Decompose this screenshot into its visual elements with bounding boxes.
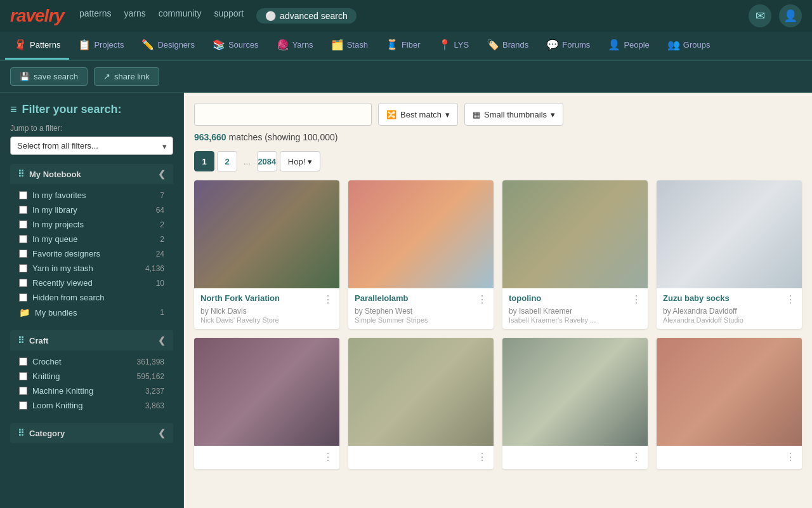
- subnav-projects[interactable]: 📋 Projects: [69, 32, 133, 60]
- forums-icon: 💬: [546, 39, 559, 51]
- logo[interactable]: ravelry: [10, 6, 64, 26]
- pattern-menu-8[interactable]: ⋮: [631, 451, 641, 463]
- pagination: 1 2 ... 2084 Hop! ▾: [194, 151, 802, 171]
- pattern-info-1: North Fork Variation ⋮ by Nick Davis Nic…: [194, 288, 339, 329]
- nav-yarns[interactable]: yarns: [124, 8, 145, 23]
- subnav-groups[interactable]: 👥 Groups: [658, 32, 719, 60]
- filter-item-queue[interactable]: In my queue 2: [10, 232, 173, 246]
- subnav-people[interactable]: 👤 People: [599, 32, 658, 60]
- pattern-by-4: by Alexandra Davidoff: [663, 307, 796, 316]
- hidden-checkbox[interactable]: [19, 293, 27, 302]
- filter-item-projects[interactable]: In my projects 2: [10, 217, 173, 232]
- top-nav: ravelry patterns yarns community support…: [0, 0, 812, 32]
- craft-section-header[interactable]: ⠿ Craft ❮: [10, 330, 173, 351]
- notebook-section-header[interactable]: ⠿ My Notebook ❮: [10, 164, 173, 184]
- subnav-patterns[interactable]: 🧣 Patterns: [5, 32, 69, 60]
- lys-icon: 📍: [438, 39, 451, 51]
- subnav-designers[interactable]: ✏️ Designers: [133, 32, 204, 60]
- filter-item-library[interactable]: In my library 64: [10, 203, 173, 217]
- pattern-title-3[interactable]: topolino: [509, 293, 631, 303]
- save-icon: 💾: [20, 72, 30, 81]
- pattern-menu-2[interactable]: ⋮: [477, 293, 487, 305]
- pattern-title-2[interactable]: Parallelolamb: [355, 293, 477, 303]
- filter-item-machine-knitting[interactable]: Machine Knitting 3,237: [10, 384, 173, 398]
- filter-item-fav-designers[interactable]: Favorite designers 24: [10, 246, 173, 261]
- pattern-info-2: Parallelolamb ⋮ by Stephen West Simple S…: [348, 288, 494, 329]
- library-checkbox[interactable]: [19, 206, 27, 214]
- pattern-title-4[interactable]: Zuzu baby socks: [663, 293, 785, 303]
- pattern-menu-6[interactable]: ⋮: [323, 451, 333, 463]
- groups-icon: 👥: [667, 39, 680, 51]
- page-last-button[interactable]: 2084: [257, 151, 277, 171]
- filter-item-stash[interactable]: Yarn in my stash 4,136: [10, 261, 173, 276]
- pattern-info-7: ⋮: [348, 446, 494, 469]
- view-button[interactable]: ▦ Small thumbnails ▾: [464, 103, 563, 126]
- pattern-menu-3[interactable]: ⋮: [631, 293, 641, 305]
- action-bar: 💾 save search ↗ share link: [0, 61, 812, 93]
- match-count: 963,660 matches (showing 100,000): [194, 132, 802, 142]
- sort-button[interactable]: 🔀 Best match ▾: [378, 103, 458, 126]
- page-ellipsis: ...: [240, 157, 254, 166]
- hop-button[interactable]: Hop! ▾: [280, 151, 320, 171]
- nav-advanced-search[interactable]: ⚪ advanced search: [256, 8, 357, 23]
- favorites-checkbox[interactable]: [19, 191, 27, 199]
- search-input[interactable]: [194, 103, 372, 126]
- filter-item-knitting[interactable]: Knitting 595,162: [10, 369, 173, 384]
- queue-checkbox[interactable]: [19, 235, 27, 243]
- filter-section-category: ⠿ Category ❮: [10, 423, 173, 443]
- pattern-info-6: ⋮: [194, 446, 339, 469]
- drag-craft-icon: ⠿: [18, 335, 24, 345]
- content-area: 🔀 Best match ▾ ▦ Small thumbnails ▾ 963,…: [184, 93, 812, 508]
- subnav-brands[interactable]: 🏷️ Brands: [478, 32, 537, 60]
- nav-patterns[interactable]: patterns: [79, 8, 112, 23]
- filter-select-wrap[interactable]: Select from all filters...: [10, 137, 173, 164]
- user-icon[interactable]: 👤: [779, 4, 802, 27]
- nav-support[interactable]: support: [214, 8, 244, 23]
- filter-item-crochet[interactable]: Crochet 361,398: [10, 354, 173, 369]
- subnav-forums[interactable]: 💬 Forums: [537, 32, 599, 60]
- subnav-sources[interactable]: 📚 Sources: [204, 32, 268, 60]
- search-circle-icon: ⚪: [265, 11, 276, 21]
- subnav-fiber[interactable]: 🧵 Fiber: [377, 32, 429, 60]
- collapse-craft-icon: ❮: [158, 335, 166, 345]
- crochet-checkbox[interactable]: [19, 358, 27, 366]
- pattern-menu-7[interactable]: ⋮: [477, 451, 487, 463]
- subnav-stash[interactable]: 🗂️ Stash: [322, 32, 377, 60]
- filter-item-hidden[interactable]: Hidden from search: [10, 290, 173, 305]
- pattern-menu-9[interactable]: ⋮: [785, 451, 796, 463]
- filter-select[interactable]: Select from all filters...: [10, 137, 173, 155]
- filter-item-loom-knitting[interactable]: Loom Knitting 3,863: [10, 398, 173, 413]
- craft-items: Crochet 361,398 Knitting 595,162 Machine…: [10, 351, 173, 417]
- page-2-button[interactable]: 2: [217, 151, 237, 171]
- category-section-header[interactable]: ⠿ Category ❮: [10, 423, 173, 443]
- recently-viewed-checkbox[interactable]: [19, 279, 27, 287]
- pattern-menu-4[interactable]: ⋮: [785, 293, 796, 305]
- mail-icon[interactable]: ✉: [749, 4, 771, 27]
- subnav-lys[interactable]: 📍 LYS: [429, 32, 478, 60]
- pattern-image-7: [348, 338, 494, 446]
- pattern-info-3: topolino ⋮ by Isabell Kraemer Isabell Kr…: [502, 288, 648, 329]
- fav-designers-checkbox[interactable]: [19, 250, 27, 258]
- page-1-button[interactable]: 1: [194, 151, 214, 171]
- machine-knitting-checkbox[interactable]: [19, 387, 27, 395]
- knitting-checkbox[interactable]: [19, 372, 27, 380]
- nav-community[interactable]: community: [159, 8, 202, 23]
- pattern-source-4: Alexandra Davidoff Studio: [663, 316, 796, 324]
- filter-item-bundles[interactable]: 📁 My bundles 1: [10, 305, 173, 320]
- sort-chevron-icon: ▾: [445, 110, 450, 119]
- filter-item-recently-viewed[interactable]: Recently viewed 10: [10, 276, 173, 290]
- search-controls: 🔀 Best match ▾ ▦ Small thumbnails ▾: [194, 103, 802, 126]
- stash-checkbox[interactable]: [19, 264, 27, 272]
- projects-checkbox[interactable]: [19, 220, 27, 229]
- filter-section-craft: ⠿ Craft ❮ Crochet 361,398 Knitting: [10, 330, 173, 417]
- filter-item-favorites[interactable]: In my favorites 7: [10, 188, 173, 203]
- subnav-yarns[interactable]: 🧶 Yarns: [268, 32, 322, 60]
- brands-icon: 🏷️: [487, 39, 499, 51]
- save-search-button[interactable]: 💾 save search: [10, 67, 88, 86]
- pattern-card-1: North Fork Variation ⋮ by Nick Davis Nic…: [194, 180, 339, 329]
- loom-knitting-checkbox[interactable]: [19, 401, 27, 410]
- pattern-image-3: [502, 180, 648, 288]
- pattern-title-1[interactable]: North Fork Variation: [200, 293, 323, 303]
- pattern-menu-1[interactable]: ⋮: [323, 293, 333, 305]
- share-link-button[interactable]: ↗ share link: [94, 67, 159, 86]
